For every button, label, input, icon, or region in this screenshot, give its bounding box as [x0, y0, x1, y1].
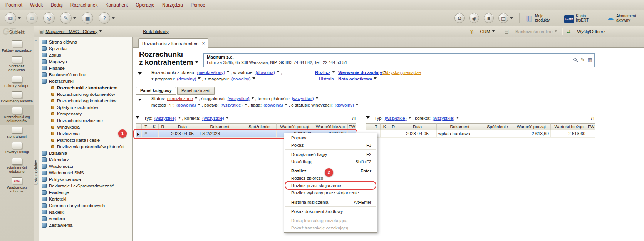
module-list-strip[interactable]: » Lista modułów — [34, 37, 39, 241]
toolbar-icon[interactable]: ▤ — [498, 13, 513, 23]
context-menu-item[interactable]: Pokaż transakcję oczekującą — [284, 224, 377, 231]
filter-value-link[interactable]: (dowolny) — [335, 103, 359, 107]
module-shortcut[interactable]: Dokumenty kasowe — [0, 89, 34, 105]
module-shortcut[interactable]: Rozrachunki wg dokumentów — [0, 105, 34, 125]
column-header[interactable]: Data — [167, 123, 198, 130]
document-tab[interactable]: Rozrachunki z kontrahentem × — [138, 38, 208, 48]
context-menu-item[interactable]: Historia rozliczenia Alt+Enter — [284, 198, 377, 206]
column-header[interactable]: FW — [587, 123, 595, 130]
filter-value-link[interactable]: (wszystkie) — [202, 116, 229, 120]
tree-item[interactable]: Zakup — [39, 52, 132, 58]
tree-item[interactable]: Ewidencje — [39, 189, 132, 196]
context-menu-item[interactable]: Pokaż dokument źródłowy — [284, 208, 377, 215]
module-shortcut[interactable]: Towary i usługi — [0, 140, 34, 156]
wezwanie-link[interactable]: Wezwanie do zapłaty — [338, 70, 387, 75]
filter-value-link[interactable]: (dowolny) — [231, 77, 255, 81]
column-header[interactable]: Spóźnienie — [483, 123, 512, 130]
menubar-item[interactable]: Widok — [26, 1, 47, 9]
module-shortcut[interactable]: Faktury sprzedaży — [0, 38, 34, 54]
filter-value-link[interactable]: (dowolny) — [177, 77, 201, 81]
column-header[interactable]: Wartość bieżąc — [313, 123, 348, 130]
toolbar-icon[interactable]: ✉ — [26, 12, 38, 24]
filter-value-link[interactable]: nierozliczone — [167, 96, 198, 101]
panel-tab[interactable]: Panel rozliczeń — [177, 87, 215, 95]
column-header[interactable]: FW — [348, 123, 356, 130]
tree-item[interactable]: Bankowość on-line — [39, 71, 132, 78]
column-header[interactable]: K — [150, 123, 159, 130]
context-menu-item[interactable]: Pokaż F3 — [284, 141, 377, 149]
context-menu-item[interactable]: Dodaj transakcję oczekującą — [284, 217, 377, 224]
toolbar-button[interactable]: ▦ Moje produkty — [526, 14, 557, 22]
tree-item[interactable]: Wiadomości — [39, 163, 132, 169]
collapse-table-filter-icon[interactable] — [366, 116, 370, 120]
menubar-item[interactable]: Operacje — [132, 1, 158, 9]
menubar-item[interactable]: Narzędzia — [158, 1, 187, 9]
column-header[interactable]: R — [389, 123, 398, 130]
filter-value-link[interactable]: (nieokreślony) — [197, 70, 230, 75]
context-menu-item[interactable]: Rozlicz wybrany przez skojarzenie — [284, 189, 377, 196]
tree-item[interactable]: Windykacja — [39, 124, 132, 130]
crm-menu[interactable]: CRM — [480, 29, 495, 34]
toolbar-icon[interactable]: ■ — [484, 13, 494, 23]
filter-value-link[interactable]: (wszystkie) — [433, 116, 459, 120]
collapse-status-filters-icon[interactable] — [138, 99, 142, 103]
column-header[interactable]: K — [381, 123, 389, 130]
column-header[interactable]: T — [142, 123, 150, 130]
column-header[interactable] — [136, 123, 142, 130]
tree-item[interactable]: Rozrachunki wg kontrahentów — [39, 97, 132, 104]
toolbar-icon[interactable]: ◎ — [43, 12, 55, 24]
module-shortcut[interactable]: Kontrahenci — [0, 125, 34, 141]
rozlicz-link[interactable]: Rozlicz — [315, 70, 335, 75]
column-header[interactable] — [366, 123, 372, 130]
module-shortcut[interactable]: SMS Wiadomości robocze — [0, 176, 34, 195]
toolbar-icon[interactable]: ▣ — [82, 12, 93, 24]
odzyskaj-link[interactable]: Odzyskaj pieniądze — [382, 70, 421, 75]
filter-value-link[interactable]: (dowolna) — [176, 103, 201, 107]
tree-item[interactable]: vendero — [39, 215, 132, 222]
menubar-item[interactable]: Rozrachunek — [67, 1, 102, 9]
collapse-table-filter-icon[interactable] — [136, 116, 139, 120]
column-header[interactable]: Data — [398, 123, 437, 130]
contractor-field[interactable]: Magnum s.c. Lotnicza 35/65, 65-938 Warsz… — [203, 53, 595, 67]
filter-value-link[interactable]: (wszystkie) — [228, 96, 254, 101]
nota-odsetkowa-link[interactable]: Nota odsetkowa — [338, 77, 377, 81]
filter-value-link[interactable]: (wszystkie) — [385, 116, 411, 120]
tree-item[interactable]: Magazyn — [39, 58, 132, 65]
menubar-item[interactable]: Dodaj — [47, 1, 66, 9]
tree-item[interactable]: Deklaracje i e-Sprawozdawczość — [39, 182, 132, 189]
search-icon[interactable] — [573, 57, 578, 62]
column-header[interactable]: Wartość począt — [277, 123, 313, 130]
tree-item[interactable]: Strona główna — [39, 38, 132, 45]
tree-item[interactable]: Ochrona danych osobowych — [39, 202, 132, 209]
toolbar-button[interactable]: ☁ Abonament aktywny — [607, 14, 639, 22]
column-header[interactable]: Wartość bieżąc — [551, 123, 587, 130]
column-header[interactable]: T — [372, 123, 381, 130]
send-receive-button[interactable]: Wyślij/Odbierz — [577, 29, 605, 34]
menubar-item[interactable]: Pomoc — [187, 1, 209, 9]
filter-value-link[interactable]: (dowolna) — [263, 103, 288, 107]
toolbar-icon[interactable]: ◉ — [469, 13, 479, 23]
column-header[interactable]: Dokument — [437, 123, 483, 130]
module-shortcut[interactable]: Sprzedaż detaliczna — [0, 54, 34, 74]
tree-item[interactable]: Działania — [39, 150, 132, 156]
toolbar-icon[interactable]: ? — [99, 12, 115, 24]
tree-item[interactable]: Sprzedaż — [39, 45, 132, 52]
toolbar-icon[interactable]: ✉ — [5, 12, 21, 24]
menubar-item[interactable]: Podmiot — [2, 1, 26, 9]
tree-item[interactable]: Spłaty rozrachunków — [39, 104, 132, 110]
menubar-item[interactable]: Kontrahent — [101, 1, 132, 9]
column-header[interactable]: Dokument — [198, 123, 242, 130]
tree-item[interactable]: Rozrachunki — [39, 78, 132, 84]
tree-item[interactable]: Kalendarz — [39, 156, 132, 163]
tree-item[interactable]: Rozrachunki rozliczone — [39, 117, 132, 124]
tree-item[interactable]: Rozrachunki wg dokumentów — [39, 91, 132, 97]
tree-item[interactable]: Wiadomości SMS — [39, 169, 132, 176]
tree-item[interactable]: Rozliczenia pośredników płatności — [39, 143, 132, 150]
column-header[interactable]: R — [159, 123, 167, 130]
warehouse-selector[interactable]: Magazyn: - MAG - Główny — [45, 29, 102, 34]
module-shortcut[interactable]: Wiadomości odebrane — [0, 156, 34, 176]
chevron-down-icon[interactable] — [195, 61, 198, 65]
toolbar-icon[interactable]: ✎ — [60, 12, 76, 24]
column-header[interactable]: Spóźnienie — [242, 123, 277, 130]
collapse-filters-icon[interactable] — [138, 72, 142, 77]
